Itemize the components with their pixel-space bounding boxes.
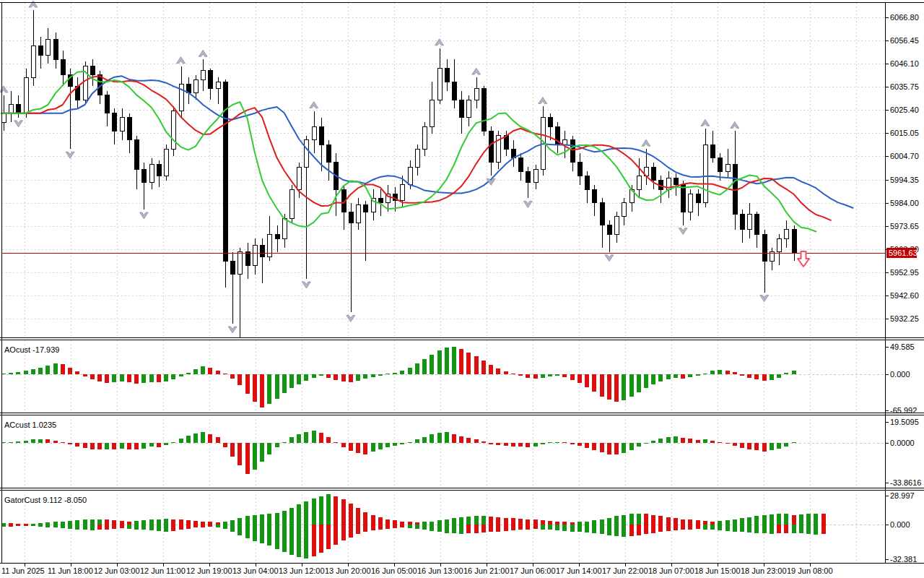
histogram-bar (223, 443, 227, 447)
price-axis-hitarea[interactable] (885, 2, 924, 563)
chart-canvas[interactable]: 6066.806056.456046.106035.756025.406015.… (0, 0, 924, 578)
histogram-bar (674, 518, 678, 525)
histogram-bar (526, 519, 530, 525)
candle-body (408, 167, 412, 185)
candle-body (45, 39, 50, 55)
histogram-bar (356, 525, 360, 534)
histogram-bar (511, 518, 515, 525)
candle-body (607, 225, 611, 234)
candle-body (518, 158, 523, 172)
histogram-bar (297, 434, 301, 443)
histogram-bar (349, 504, 353, 525)
histogram-bar (289, 508, 294, 525)
candle-body (681, 185, 685, 212)
histogram-bar (710, 371, 715, 374)
candle-body (437, 69, 442, 100)
histogram-bar (9, 525, 13, 527)
histogram-bar (319, 433, 323, 443)
candle-body (452, 82, 456, 100)
histogram-bar (445, 348, 449, 374)
histogram-bar (237, 518, 242, 525)
histogram-bar (784, 373, 788, 374)
candle-body (157, 165, 161, 176)
histogram-bar (792, 371, 796, 374)
histogram-bar (141, 443, 146, 449)
histogram-bar (666, 374, 671, 379)
histogram-bar (481, 361, 486, 374)
histogram-bar (68, 521, 72, 525)
candle-body (422, 126, 427, 149)
histogram-bar (518, 374, 523, 376)
histogram-bar (415, 525, 419, 529)
histogram-bar (792, 442, 796, 444)
histogram-bar (230, 525, 235, 532)
histogram-bar (297, 504, 301, 525)
histogram-bar (518, 443, 523, 447)
gator-pane-label: GatorCust 9.112 -8.050 (4, 496, 87, 504)
histogram-bar (658, 525, 663, 532)
histogram-bar (459, 436, 463, 443)
candle-body (777, 238, 781, 252)
histogram-bar (614, 374, 619, 402)
histogram-bar (674, 436, 678, 443)
histogram-bar (474, 356, 479, 374)
histogram-bar (762, 443, 767, 452)
histogram-bar (688, 439, 692, 443)
histogram-bar (179, 439, 183, 443)
candle-body (141, 169, 146, 183)
candle-body (792, 230, 796, 253)
candle-body (24, 77, 28, 113)
histogram-bar (585, 374, 589, 387)
histogram-bar (208, 522, 212, 525)
histogram-bar (105, 519, 109, 525)
histogram-bar (378, 443, 383, 449)
histogram-bar (710, 441, 715, 443)
histogram-bar (570, 443, 575, 444)
histogram-bar (578, 522, 582, 525)
histogram-bar (437, 350, 442, 374)
histogram-bar (622, 525, 626, 537)
histogram-bar (223, 374, 227, 375)
histogram-bar (562, 442, 567, 443)
candle-body (592, 189, 596, 203)
candle-body (562, 140, 567, 144)
histogram-bar (245, 443, 250, 474)
histogram-bar (97, 443, 102, 449)
histogram-bar (459, 517, 463, 525)
histogram-bar (275, 374, 279, 399)
histogram-bar (149, 525, 154, 530)
histogram-bar (319, 374, 323, 376)
histogram-bar (253, 374, 257, 402)
candle-body (149, 165, 154, 183)
histogram-bar (400, 443, 404, 444)
histogram-bar (821, 514, 826, 525)
histogram-bar (688, 525, 692, 530)
histogram-bar (149, 519, 154, 525)
histogram-bar (466, 525, 471, 533)
time-axis-hitarea[interactable] (0, 563, 885, 578)
histogram-bar (171, 519, 175, 525)
histogram-bar (481, 525, 486, 532)
candle-body (297, 167, 301, 189)
histogram-bar (541, 443, 545, 444)
histogram-bar (658, 374, 663, 381)
histogram-bar (297, 374, 301, 384)
histogram-bar (600, 443, 604, 452)
histogram-bar (16, 524, 20, 525)
histogram-bar (363, 443, 367, 454)
histogram-bar (24, 524, 28, 525)
histogram-bar (237, 525, 242, 535)
histogram-bar (326, 437, 331, 443)
histogram-bar (97, 519, 102, 525)
histogram-bar (562, 522, 567, 525)
histogram-bar (9, 373, 13, 374)
histogram-bar (607, 374, 611, 400)
histogram-bar (83, 519, 87, 525)
histogram-bar (710, 525, 715, 530)
histogram-bar (459, 349, 463, 374)
histogram-bar (38, 523, 43, 525)
histogram-bar (570, 374, 575, 380)
histogram-bar (45, 522, 50, 525)
histogram-bar (24, 371, 28, 374)
histogram-bar (105, 443, 109, 449)
